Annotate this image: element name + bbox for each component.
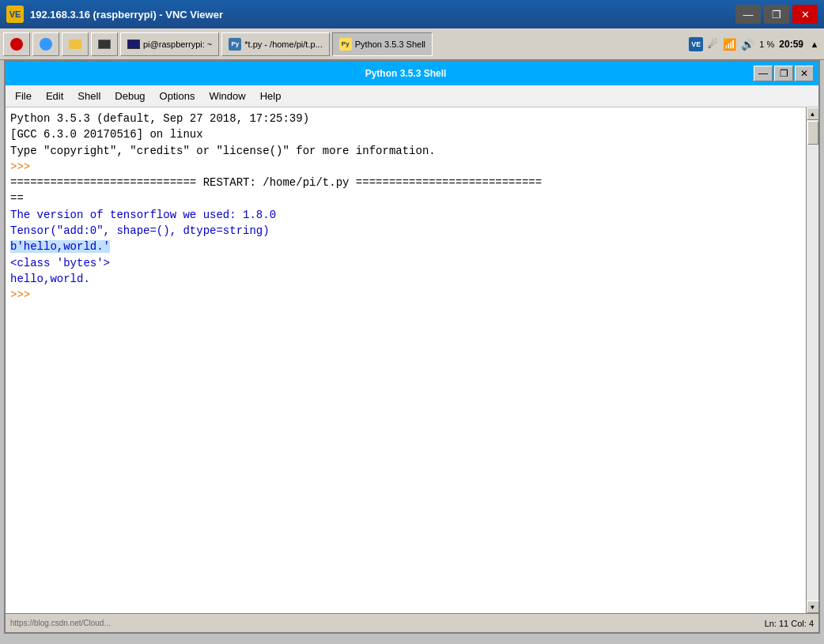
status-position: Ln: 11 Col: 4 [765,619,814,628]
line-prompt-1: >>> [10,159,801,175]
vnc-title: 192.168.3.16 (raspberrypi) - VNC Viewer [30,9,735,21]
taskbar-folder-button[interactable] [62,32,89,56]
taskbar-arrow-up[interactable]: ▲ [808,38,821,51]
scrollbar-down-arrow[interactable]: ▼ [807,601,819,613]
line-hello-world: hello,world. [10,271,801,287]
ve-tray-icon: VE [689,37,703,51]
python-shell-window: Python 3.5.3 Shell — ❐ ✕ File Edit Shell… [4,60,820,634]
menu-shell[interactable]: Shell [71,89,107,104]
taskbar-system-tray: VE ☄ 📶 🔊 1 % 20:59 ▲ [689,37,821,51]
menu-window[interactable]: Window [202,89,251,104]
raspberry-icon [10,38,23,51]
line-2: [GCC 6.3.0 20170516] on linux [10,126,801,142]
tpy-label: *t.py - /home/pi/t.p... [244,40,322,49]
menu-debug[interactable]: Debug [108,89,151,104]
python-window-title: Python 3.5.3 Shell [58,68,754,79]
folder-icon [69,40,81,49]
line-tensor: Tensor("add:0", shape=(), dtype=string) [10,223,801,239]
line-hello-bytes: b'hello,world.' [10,239,801,254]
taskbar-shell-button[interactable]: Py Python 3.5.3 Shell [332,32,433,56]
vnc-restore-button[interactable]: ❐ [764,5,789,24]
vnc-icon-label: VE [9,9,21,19]
wifi-icon: 📶 [723,38,736,51]
menu-options[interactable]: Options [153,89,202,104]
python-minimize-button[interactable]: — [754,66,773,81]
clock: 20:59 [779,39,803,50]
menu-file[interactable]: File [9,89,38,104]
line-3: Type "copyright", "credits" or "license(… [10,143,801,159]
taskbar-globe-button[interactable] [32,32,59,56]
taskbar: pi@raspberrypi: ~ Py *t.py - /home/pi/t.… [0,28,824,60]
status-url: https://blog.csdn.net/Cloud... [10,619,111,627]
menu-edit[interactable]: Edit [40,89,70,104]
taskbar-terminal-button[interactable] [91,32,118,56]
py-icon: Py [229,38,241,51]
shell-content[interactable]: Python 3.5.3 (default, Sep 27 2018, 17:2… [6,107,806,613]
bluetooth-icon: ☄ [708,38,718,51]
taskbar-raspberry-button[interactable] [3,32,30,56]
volume-icon: 🔊 [741,38,754,51]
vnc-titlebar: VE 192.168.3.16 (raspberrypi) - VNC View… [0,0,824,28]
menu-help[interactable]: Help [254,89,288,104]
shell-tab-label: Python 3.5.3 Shell [355,40,425,49]
python-close-button[interactable]: ✕ [795,66,814,81]
line-class-bytes: <class 'bytes'> [10,255,801,271]
scrollbar-track[interactable] [807,120,818,601]
vnc-minimize-button[interactable]: — [735,5,761,24]
vnc-icon: VE [6,6,24,23]
python-icon: Py [339,38,352,51]
cmd-label: pi@raspberrypi: ~ [143,40,212,49]
python-window-controls: — ❐ ✕ [754,66,814,81]
line-restart-eq: == [10,190,801,206]
vnc-window-controls: — ❐ ✕ [735,5,818,24]
scrollbar-up-arrow[interactable]: ▲ [807,107,819,120]
globe-icon [40,38,52,51]
taskbar-tpy-button[interactable]: Py *t.py - /home/pi/t.p... [221,32,329,56]
shell-scrollbar: ▲ ▼ [806,107,818,613]
terminal-icon [98,40,111,49]
line-tensorflow: The version of tensorflow we used: 1.8.0 [10,207,801,223]
cmd-icon [127,40,140,49]
python-restore-button[interactable]: ❐ [774,66,793,81]
python-titlebar: Python 3.5.3 Shell — ❐ ✕ [6,62,818,85]
scrollbar-thumb[interactable] [807,121,818,145]
line-1: Python 3.5.3 (default, Sep 27 2018, 17:2… [10,111,801,126]
line-restart: ============================ RESTART: /h… [10,175,801,190]
battery-pct: 1 % [759,40,774,49]
line-prompt-2: >>> [10,287,801,303]
taskbar-cmd-button[interactable]: pi@raspberrypi: ~ [120,32,219,56]
shell-outer: Python 3.5.3 (default, Sep 27 2018, 17:2… [6,107,818,613]
highlight-hello: b'hello,world.' [10,240,110,253]
menu-bar: File Edit Shell Debug Options Window Hel… [6,85,818,107]
status-bar: https://blog.csdn.net/Cloud... Ln: 11 Co… [6,613,818,632]
vnc-close-button[interactable]: ✕ [792,5,818,24]
